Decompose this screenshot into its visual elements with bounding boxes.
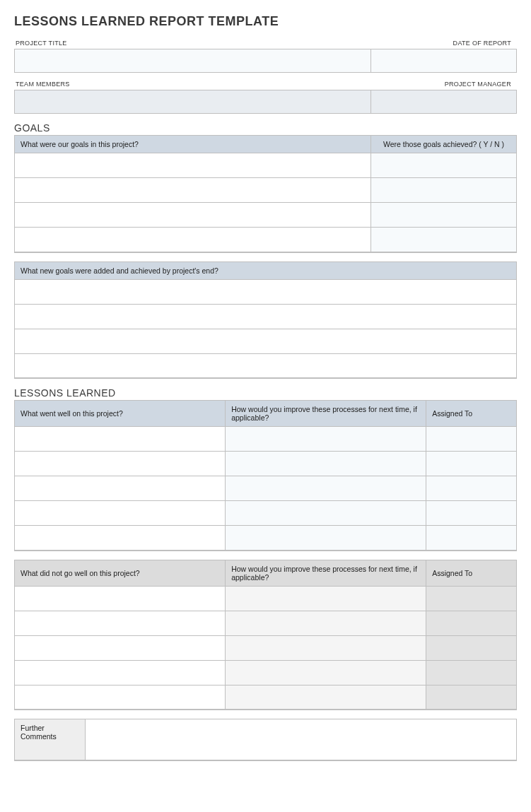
assigned-cell[interactable] bbox=[426, 501, 517, 526]
project-title-input[interactable] bbox=[14, 49, 371, 73]
table-row bbox=[15, 228, 517, 252]
table-row bbox=[15, 586, 517, 611]
improve-cell[interactable] bbox=[226, 427, 426, 452]
lessons-table-2-body bbox=[15, 586, 517, 710]
table-row bbox=[15, 153, 517, 178]
table-row bbox=[15, 452, 517, 476]
table-row bbox=[15, 203, 517, 228]
lessons-table-1-body bbox=[15, 427, 517, 551]
new-goal-cell[interactable] bbox=[15, 279, 517, 304]
date-of-report-input[interactable] bbox=[371, 49, 517, 73]
lessons1-col3-header: Assigned To bbox=[426, 401, 517, 427]
assigned-cell[interactable] bbox=[426, 611, 517, 635]
improve-cell[interactable] bbox=[226, 635, 426, 660]
project-manager-input[interactable] bbox=[371, 90, 517, 114]
went-bad-cell[interactable] bbox=[15, 660, 226, 685]
goals-table-2-body bbox=[15, 279, 517, 378]
new-goal-cell[interactable] bbox=[15, 353, 517, 378]
new-goal-cell[interactable] bbox=[15, 304, 517, 329]
goal-cell[interactable] bbox=[15, 153, 371, 178]
table-row bbox=[15, 279, 517, 304]
assigned-cell[interactable] bbox=[426, 427, 517, 452]
goals-col1-header: What were our goals in this project? bbox=[15, 136, 371, 153]
goal-cell[interactable] bbox=[15, 203, 371, 228]
table-row bbox=[15, 353, 517, 378]
page-title: LESSONS LEARNED REPORT TEMPLATE bbox=[14, 14, 517, 29]
table-row bbox=[15, 685, 517, 710]
lessons-table-2: What did not go well on this project? Ho… bbox=[14, 560, 517, 711]
lessons-table-1: What went well on this project? How woul… bbox=[14, 400, 517, 551]
assigned-cell[interactable] bbox=[426, 526, 517, 551]
went-bad-cell[interactable] bbox=[15, 635, 226, 660]
improve-cell[interactable] bbox=[226, 476, 426, 501]
table-row bbox=[15, 501, 517, 526]
went-bad-cell[interactable] bbox=[15, 685, 226, 710]
assigned-cell[interactable] bbox=[426, 635, 517, 660]
goals-heading: GOALS bbox=[14, 122, 517, 134]
goals-table-1-body bbox=[15, 153, 517, 252]
went-well-cell[interactable] bbox=[15, 526, 226, 551]
lessons-heading: LESSONS LEARNED bbox=[14, 387, 517, 399]
goals-table-1: What were our goals in this project? Wer… bbox=[14, 135, 517, 253]
table-row bbox=[15, 526, 517, 551]
header-row-1: PROJECT TITLE DATE OF REPORT bbox=[14, 37, 517, 73]
goal-cell[interactable] bbox=[15, 228, 371, 252]
lessons2-col1-header: What did not go well on this project? bbox=[15, 560, 226, 586]
improve-cell[interactable] bbox=[226, 611, 426, 635]
assigned-cell[interactable] bbox=[426, 685, 517, 710]
assigned-cell[interactable] bbox=[426, 476, 517, 501]
table-row bbox=[15, 635, 517, 660]
comments-input[interactable] bbox=[86, 719, 517, 760]
new-goals-header: What new goals were added and achieved b… bbox=[15, 261, 517, 279]
achieved-cell[interactable] bbox=[371, 153, 517, 178]
new-goal-cell[interactable] bbox=[15, 329, 517, 353]
project-manager-label: PROJECT MANAGER bbox=[371, 78, 517, 90]
lessons1-col2-header: How would you improve these processes fo… bbox=[226, 401, 426, 427]
lessons2-col2-header: How would you improve these processes fo… bbox=[226, 560, 426, 586]
comments-label: Further Comments bbox=[15, 719, 86, 760]
header-row-2: TEAM MEMBERS PROJECT MANAGER bbox=[14, 78, 517, 114]
comments-table: Further Comments bbox=[14, 719, 517, 761]
goal-cell[interactable] bbox=[15, 178, 371, 203]
team-members-label: TEAM MEMBERS bbox=[14, 78, 371, 90]
table-row bbox=[15, 329, 517, 353]
table-row bbox=[15, 660, 517, 685]
goals-table-2: What new goals were added and achieved b… bbox=[14, 261, 517, 379]
table-row bbox=[15, 611, 517, 635]
table-row bbox=[15, 178, 517, 203]
assigned-cell[interactable] bbox=[426, 586, 517, 611]
went-bad-cell[interactable] bbox=[15, 586, 226, 611]
improve-cell[interactable] bbox=[226, 452, 426, 476]
lessons2-col3-header: Assigned To bbox=[426, 560, 517, 586]
improve-cell[interactable] bbox=[226, 660, 426, 685]
table-row bbox=[15, 304, 517, 329]
team-members-input[interactable] bbox=[14, 90, 371, 114]
goals-col2-header: Were those goals achieved? ( Y / N ) bbox=[371, 136, 517, 153]
went-well-cell[interactable] bbox=[15, 427, 226, 452]
date-of-report-label: DATE OF REPORT bbox=[371, 37, 517, 49]
went-well-cell[interactable] bbox=[15, 501, 226, 526]
improve-cell[interactable] bbox=[226, 586, 426, 611]
project-title-label: PROJECT TITLE bbox=[14, 37, 371, 49]
went-well-cell[interactable] bbox=[15, 476, 226, 501]
lessons1-col1-header: What went well on this project? bbox=[15, 401, 226, 427]
assigned-cell[interactable] bbox=[426, 452, 517, 476]
achieved-cell[interactable] bbox=[371, 178, 517, 203]
assigned-cell[interactable] bbox=[426, 660, 517, 685]
table-row bbox=[15, 476, 517, 501]
achieved-cell[interactable] bbox=[371, 203, 517, 228]
went-bad-cell[interactable] bbox=[15, 611, 226, 635]
table-row bbox=[15, 427, 517, 452]
achieved-cell[interactable] bbox=[371, 228, 517, 252]
improve-cell[interactable] bbox=[226, 685, 426, 710]
improve-cell[interactable] bbox=[226, 501, 426, 526]
improve-cell[interactable] bbox=[226, 526, 426, 551]
went-well-cell[interactable] bbox=[15, 452, 226, 476]
